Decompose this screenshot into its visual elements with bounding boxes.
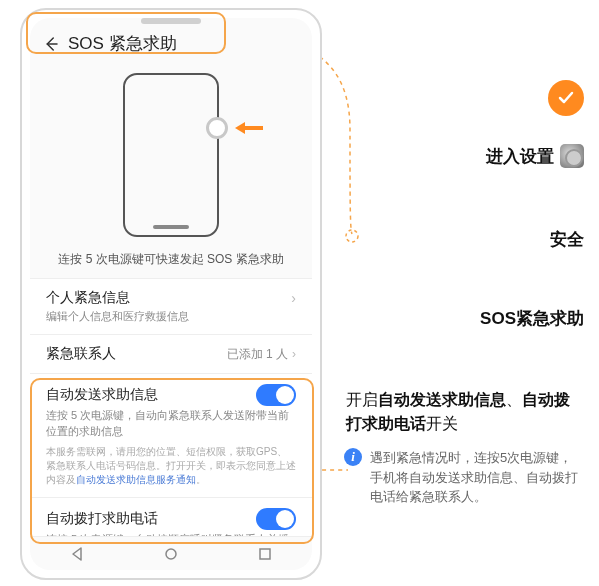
settings-gear-icon — [560, 144, 584, 168]
press-arrow-icon — [235, 121, 265, 135]
chevron-right-icon: › — [292, 347, 296, 361]
phone-screen: SOS 紧急求助 连按 5 次电源键可快速发起 SOS 紧急求助 个人紧急信息 … — [30, 18, 312, 570]
back-arrow-icon[interactable] — [42, 35, 60, 53]
row-subtitle: 编辑个人信息和医疗救援信息 — [46, 309, 296, 324]
mini-phone-graphic — [123, 73, 219, 237]
row-auto-send: 自动发送求助信息 连按 5 次电源键，自动向紧急联系人发送附带当前位置的求助信息… — [30, 373, 312, 497]
row-title: 个人紧急信息 — [46, 289, 130, 307]
phone-notch — [141, 18, 201, 24]
row-title: 紧急联系人 — [46, 345, 116, 363]
header-title: SOS 紧急求助 — [68, 32, 177, 55]
android-navbar — [30, 536, 312, 570]
row-legal-text: 本服务需联网，请用您的位置、短信权限，获取GPS、紧急联系人电话号码信息。打开开… — [46, 445, 296, 487]
chevron-right-icon: › — [291, 290, 296, 306]
nav-recent-icon[interactable] — [257, 546, 273, 562]
svg-point-3 — [166, 549, 176, 559]
svg-marker-2 — [235, 122, 245, 134]
instructions-panel: 进入设置 安全 SOS紧急求助 开启自动发送求助信息、自动拨打求助电话开关 i … — [344, 80, 584, 507]
row-personal-info[interactable]: 个人紧急信息 › 编辑个人信息和医疗救援信息 — [30, 278, 312, 334]
info-icon: i — [344, 448, 362, 466]
checkmark-badge — [548, 80, 584, 116]
illustration-caption: 连按 5 次电源键可快速发起 SOS 紧急求助 — [58, 251, 283, 268]
tip-note: i 遇到紧急情况时，连按5次电源键，手机将自动发送求助信息、自动拨打电话给紧急联… — [344, 448, 584, 507]
check-icon — [556, 88, 576, 108]
step-security: 安全 — [344, 228, 584, 251]
step-enable-toggles: 开启自动发送求助信息、自动拨打求助电话开关 — [344, 388, 584, 436]
tip-text: 遇到紧急情况时，连按5次电源键，手机将自动发送求助信息、自动拨打电话给紧急联系人… — [370, 448, 584, 507]
phone-mockup: SOS 紧急求助 连按 5 次电源键可快速发起 SOS 紧急求助 个人紧急信息 … — [20, 8, 322, 580]
auto-call-toggle[interactable] — [256, 508, 296, 530]
svg-rect-4 — [260, 549, 270, 559]
row-title: 自动发送求助信息 — [46, 386, 158, 404]
legal-link[interactable]: 自动发送求助信息服务通知 — [76, 474, 196, 485]
power-button-indicator — [206, 117, 228, 139]
nav-home-icon[interactable] — [163, 546, 179, 562]
step-sos: SOS紧急求助 — [344, 307, 584, 330]
step-enter-settings: 进入设置 — [344, 144, 584, 168]
row-status: 已添加 1 人› — [227, 346, 296, 363]
auto-send-toggle[interactable] — [256, 384, 296, 406]
row-subtitle: 连按 5 次电源键，自动向紧急联系人发送附带当前位置的求助信息 — [46, 408, 296, 439]
row-emergency-contacts[interactable]: 紧急联系人 已添加 1 人› — [30, 334, 312, 373]
illustration: 连按 5 次电源键可快速发起 SOS 紧急求助 — [30, 67, 312, 278]
row-title: 自动拨打求助电话 — [46, 510, 158, 528]
nav-back-icon[interactable] — [69, 546, 85, 562]
screen-header: SOS 紧急求助 — [30, 18, 312, 67]
